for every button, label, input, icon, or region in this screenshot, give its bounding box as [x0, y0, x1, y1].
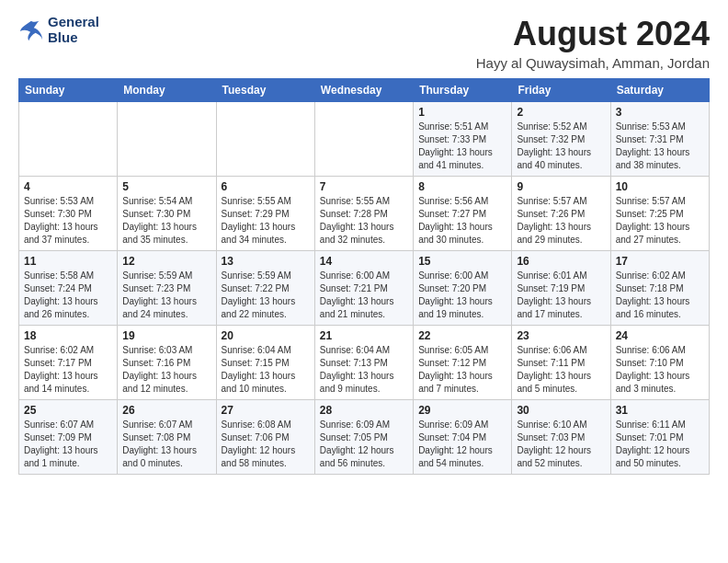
day-number: 19 [122, 329, 210, 342]
day-info: Sunrise: 6:04 AM Sunset: 7:15 PM Dayligh… [222, 344, 310, 396]
day-number: 10 [616, 180, 704, 193]
day-number: 17 [616, 255, 704, 268]
day-number: 30 [517, 404, 605, 417]
page-header: General Blue August 2024 Hayy al Quwaysi… [18, 15, 710, 71]
day-number: 12 [122, 255, 210, 268]
week-row-0: 1Sunrise: 5:51 AM Sunset: 7:33 PM Daylig… [19, 102, 710, 177]
week-row-4: 25Sunrise: 6:07 AM Sunset: 7:09 PM Dayli… [19, 400, 710, 475]
month-title: August 2024 [476, 15, 710, 53]
day-cell: 1Sunrise: 5:51 AM Sunset: 7:33 PM Daylig… [414, 102, 512, 177]
day-cell: 7Sunrise: 5:55 AM Sunset: 7:28 PM Daylig… [314, 177, 413, 251]
calendar-body: 1Sunrise: 5:51 AM Sunset: 7:33 PM Daylig… [19, 102, 710, 475]
day-number: 1 [418, 106, 506, 119]
day-cell: 17Sunrise: 6:02 AM Sunset: 7:18 PM Dayli… [610, 251, 709, 326]
day-number: 4 [24, 180, 112, 193]
week-row-1: 4Sunrise: 5:53 AM Sunset: 7:30 PM Daylig… [19, 177, 710, 251]
day-number: 16 [517, 255, 605, 268]
day-cell: 2Sunrise: 5:52 AM Sunset: 7:32 PM Daylig… [512, 102, 610, 177]
day-info: Sunrise: 5:51 AM Sunset: 7:33 PM Dayligh… [418, 121, 506, 172]
calendar-table: SundayMondayTuesdayWednesdayThursdayFrid… [18, 78, 710, 475]
day-cell: 5Sunrise: 5:54 AM Sunset: 7:30 PM Daylig… [118, 177, 216, 251]
day-cell: 9Sunrise: 5:57 AM Sunset: 7:26 PM Daylig… [512, 177, 610, 251]
day-cell: 19Sunrise: 6:03 AM Sunset: 7:16 PM Dayli… [118, 326, 216, 400]
day-cell [19, 102, 118, 177]
day-cell: 28Sunrise: 6:09 AM Sunset: 7:05 PM Dayli… [314, 400, 413, 475]
day-cell: 6Sunrise: 5:55 AM Sunset: 7:29 PM Daylig… [216, 177, 314, 251]
day-number: 6 [222, 180, 310, 193]
day-info: Sunrise: 6:11 AM Sunset: 7:01 PM Dayligh… [616, 419, 704, 470]
weekday-header-sunday: Sunday [19, 79, 118, 102]
weekday-header-row: SundayMondayTuesdayWednesdayThursdayFrid… [19, 79, 710, 102]
day-number: 2 [517, 106, 605, 119]
day-cell: 30Sunrise: 6:10 AM Sunset: 7:03 PM Dayli… [512, 400, 610, 475]
day-info: Sunrise: 5:52 AM Sunset: 7:32 PM Dayligh… [517, 121, 605, 172]
logo: General Blue [18, 15, 99, 45]
day-number: 31 [616, 404, 704, 417]
weekday-header-friday: Friday [512, 79, 610, 102]
day-info: Sunrise: 5:59 AM Sunset: 7:22 PM Dayligh… [222, 270, 310, 321]
day-info: Sunrise: 6:05 AM Sunset: 7:12 PM Dayligh… [418, 344, 506, 396]
weekday-header-thursday: Thursday [414, 79, 512, 102]
day-number: 3 [616, 106, 704, 119]
day-info: Sunrise: 6:02 AM Sunset: 7:17 PM Dayligh… [24, 344, 112, 396]
day-info: Sunrise: 6:04 AM Sunset: 7:13 PM Dayligh… [320, 344, 408, 396]
day-cell: 14Sunrise: 6:00 AM Sunset: 7:21 PM Dayli… [314, 251, 413, 326]
day-cell [314, 102, 413, 177]
day-number: 13 [222, 255, 310, 268]
day-info: Sunrise: 5:59 AM Sunset: 7:23 PM Dayligh… [122, 270, 210, 321]
day-cell: 22Sunrise: 6:05 AM Sunset: 7:12 PM Dayli… [414, 326, 512, 400]
day-info: Sunrise: 6:06 AM Sunset: 7:10 PM Dayligh… [616, 344, 704, 396]
day-number: 26 [122, 404, 210, 417]
title-area: August 2024 Hayy al Quwaysimah, Amman, J… [476, 15, 710, 71]
day-number: 29 [418, 404, 506, 417]
day-number: 25 [24, 404, 112, 417]
day-info: Sunrise: 5:56 AM Sunset: 7:27 PM Dayligh… [418, 195, 506, 247]
day-info: Sunrise: 5:57 AM Sunset: 7:26 PM Dayligh… [517, 195, 605, 247]
logo-text: General Blue [48, 15, 99, 45]
day-cell: 26Sunrise: 6:07 AM Sunset: 7:08 PM Dayli… [118, 400, 216, 475]
weekday-header-saturday: Saturday [610, 79, 709, 102]
day-number: 20 [222, 329, 310, 342]
day-number: 7 [320, 180, 408, 193]
day-info: Sunrise: 5:53 AM Sunset: 7:31 PM Dayligh… [616, 121, 704, 172]
day-info: Sunrise: 5:55 AM Sunset: 7:29 PM Dayligh… [222, 195, 310, 247]
day-cell [118, 102, 216, 177]
day-cell: 25Sunrise: 6:07 AM Sunset: 7:09 PM Dayli… [19, 400, 118, 475]
day-cell: 31Sunrise: 6:11 AM Sunset: 7:01 PM Dayli… [610, 400, 709, 475]
day-number: 24 [616, 329, 704, 342]
day-info: Sunrise: 6:00 AM Sunset: 7:20 PM Dayligh… [418, 270, 506, 321]
day-cell: 29Sunrise: 6:09 AM Sunset: 7:04 PM Dayli… [414, 400, 512, 475]
day-cell: 10Sunrise: 5:57 AM Sunset: 7:25 PM Dayli… [610, 177, 709, 251]
day-cell: 8Sunrise: 5:56 AM Sunset: 7:27 PM Daylig… [414, 177, 512, 251]
day-number: 14 [320, 255, 408, 268]
day-info: Sunrise: 5:58 AM Sunset: 7:24 PM Dayligh… [24, 270, 112, 321]
day-number: 23 [517, 329, 605, 342]
day-info: Sunrise: 6:00 AM Sunset: 7:21 PM Dayligh… [320, 270, 408, 321]
day-cell: 11Sunrise: 5:58 AM Sunset: 7:24 PM Dayli… [19, 251, 118, 326]
day-cell: 4Sunrise: 5:53 AM Sunset: 7:30 PM Daylig… [19, 177, 118, 251]
day-cell: 13Sunrise: 5:59 AM Sunset: 7:22 PM Dayli… [216, 251, 314, 326]
day-info: Sunrise: 5:54 AM Sunset: 7:30 PM Dayligh… [122, 195, 210, 247]
day-cell: 18Sunrise: 6:02 AM Sunset: 7:17 PM Dayli… [19, 326, 118, 400]
day-info: Sunrise: 6:03 AM Sunset: 7:16 PM Dayligh… [122, 344, 210, 396]
weekday-header-tuesday: Tuesday [216, 79, 314, 102]
day-number: 27 [222, 404, 310, 417]
week-row-3: 18Sunrise: 6:02 AM Sunset: 7:17 PM Dayli… [19, 326, 710, 400]
day-number: 18 [24, 329, 112, 342]
day-number: 9 [517, 180, 605, 193]
day-cell: 21Sunrise: 6:04 AM Sunset: 7:13 PM Dayli… [314, 326, 413, 400]
day-number: 11 [24, 255, 112, 268]
day-cell: 15Sunrise: 6:00 AM Sunset: 7:20 PM Dayli… [414, 251, 512, 326]
logo-icon [18, 17, 44, 43]
day-info: Sunrise: 6:10 AM Sunset: 7:03 PM Dayligh… [517, 419, 605, 470]
day-cell: 23Sunrise: 6:06 AM Sunset: 7:11 PM Dayli… [512, 326, 610, 400]
day-cell: 20Sunrise: 6:04 AM Sunset: 7:15 PM Dayli… [216, 326, 314, 400]
day-number: 8 [418, 180, 506, 193]
day-number: 28 [320, 404, 408, 417]
day-cell: 3Sunrise: 5:53 AM Sunset: 7:31 PM Daylig… [610, 102, 709, 177]
weekday-header-wednesday: Wednesday [314, 79, 413, 102]
day-info: Sunrise: 6:08 AM Sunset: 7:06 PM Dayligh… [222, 419, 310, 470]
day-number: 15 [418, 255, 506, 268]
day-number: 5 [122, 180, 210, 193]
week-row-2: 11Sunrise: 5:58 AM Sunset: 7:24 PM Dayli… [19, 251, 710, 326]
